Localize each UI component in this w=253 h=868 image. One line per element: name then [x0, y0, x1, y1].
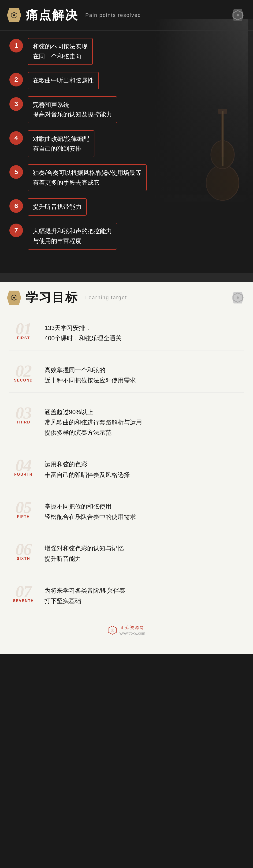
ordinal-block-3: 03 THIRD — [9, 404, 37, 424]
pain-number-1: 1 — [9, 39, 23, 53]
pain-number-4: 4 — [9, 131, 23, 145]
ordinal-number-2: 02 — [9, 363, 37, 379]
pain-text-4: 对歌曲改编/旋律编配有自己的独到安排 — [33, 134, 89, 154]
pain-item-6: 6 提升听音扒带能力 — [9, 198, 244, 216]
pain-item-1: 1 和弦的不同按法实现在同一个和弦走向 — [9, 38, 244, 65]
ordinal-number-4: 04 — [9, 457, 37, 474]
pain-text-1: 和弦的不同按法实现在同一个和弦走向 — [33, 42, 88, 61]
learning-text-5: 掌握不同把位的和弦使用轻松配合在乐队合奏中的使用需求 — [44, 499, 136, 522]
learning-title-cn: 学习目标 — [26, 289, 78, 306]
ordinal-block-4: 04 FOURTH — [9, 457, 37, 477]
watermark-url: www.tfpxw.com — [120, 631, 145, 636]
ordinal-word-5: FIFTH — [9, 515, 37, 519]
pain-textbox-5: 独奏/合奏可以根据风格/配器/使用场景等有着更多的手段去完成它 — [28, 164, 147, 191]
pain-item-3: 3 完善和声系统提高对音乐的认知及操控能力 — [9, 96, 244, 123]
ordinal-word-4: FOURTH — [9, 472, 37, 477]
pain-text-2: 在歌曲中听出和弦属性 — [33, 76, 94, 86]
pain-number-7: 7 — [9, 223, 23, 237]
pain-points-section: 痛点解决 Pain points resolved 1 和弦的不同按法实现在同一… — [0, 0, 253, 273]
pain-section-header: 痛点解决 Pain points resolved — [0, 0, 253, 31]
learning-text-3: 涵盖超过90%以上常见歌曲的和弦进行套路解析与运用提供多样的演奏方法示范 — [44, 404, 142, 438]
pain-title-cn: 痛点解决 — [26, 7, 78, 24]
learning-hexagon-icon-left — [10, 294, 18, 301]
pain-item-7: 7 大幅提升和弦和声的把控能力与使用的丰富程度 — [9, 223, 244, 250]
pain-item-5: 5 独奏/合奏可以根据风格/配器/使用场景等有着更多的手段去完成它 — [9, 164, 244, 191]
ordinal-block-5: 05 FIFTH — [9, 499, 37, 519]
learning-title-en: Learning target — [85, 294, 232, 301]
ordinal-word-3: THIRD — [9, 420, 37, 424]
svg-text:众: 众 — [111, 628, 114, 632]
pain-number-3: 3 — [9, 97, 23, 111]
ordinal-word-1: FIRST — [9, 336, 37, 340]
ordinal-block-6: 06 SIXTH — [9, 541, 37, 561]
pain-textbox-7: 大幅提升和弦和声的把控能力与使用的丰富程度 — [28, 223, 117, 250]
pain-title-en: Pain points resolved — [85, 12, 232, 18]
svg-point-10 — [236, 297, 239, 299]
pain-item-4: 4 对歌曲改编/旋律编配有自己的独到安排 — [9, 130, 244, 157]
svg-point-7 — [13, 14, 15, 16]
pain-textbox-3: 完善和声系统提高对音乐的认知及操控能力 — [28, 96, 117, 123]
pain-header-icon-right — [232, 9, 244, 21]
learning-section: 学习目标 Learning target 01 FIRST 133天学习安排，4… — [0, 282, 253, 654]
ordinal-word-7: SEVENTH — [9, 599, 37, 603]
ordinal-number-3: 03 — [9, 404, 37, 421]
learning-item-5: 05 FIFTH 掌握不同把位的和弦使用轻松配合在乐队合奏中的使用需求 — [9, 499, 244, 529]
learning-item-3: 03 THIRD 涵盖超过90%以上常见歌曲的和弦进行套路解析与运用提供多样的演… — [9, 404, 244, 445]
pain-content-area: 1 和弦的不同按法实现在同一个和弦走向 2 在歌曲中听出和弦属性 3 完善和声系… — [0, 31, 253, 264]
pain-text-3: 完善和声系统提高对音乐的认知及操控能力 — [33, 100, 112, 120]
watermark-section: 众 汇众资源网 www.tfpxw.com — [0, 620, 253, 640]
pain-text-7: 大幅提升和弦和声的把控能力与使用的丰富程度 — [33, 226, 112, 246]
learning-item-7: 07 SEVENTH 为将来学习各类音阶/即兴伴奏打下坚实基础 — [9, 583, 244, 613]
ordinal-number-1: 01 — [9, 320, 37, 337]
pain-number-2: 2 — [9, 73, 23, 87]
ordinal-word-2: SECOND — [9, 378, 37, 382]
ordinal-number-5: 05 — [9, 499, 37, 516]
watermark-site: 汇众资源网 — [120, 625, 145, 630]
learning-text-1: 133天学习安排，400个课时，和弦乐理全通关 — [44, 320, 122, 343]
ordinal-number-6: 06 — [9, 541, 37, 558]
hexagon-icon-right — [232, 9, 244, 21]
svg-point-8 — [236, 14, 239, 17]
pain-number-5: 5 — [9, 165, 23, 179]
pain-number-6: 6 — [9, 199, 23, 213]
learning-item-4: 04 FOURTH 运用和弦的色彩丰富自己的弹唱伴奏及风格选择 — [9, 457, 244, 487]
ordinal-block-7: 07 SEVENTH — [9, 583, 37, 603]
learning-text-4: 运用和弦的色彩丰富自己的弹唱伴奏及风格选择 — [44, 457, 130, 480]
ordinal-word-6: SIXTH — [9, 557, 37, 561]
pain-header-icon-left — [7, 8, 21, 22]
ordinal-number-7: 07 — [9, 583, 37, 600]
pain-textbox-1: 和弦的不同按法实现在同一个和弦走向 — [28, 38, 93, 65]
ordinal-block-1: 01 FIRST — [9, 320, 37, 340]
learning-text-6: 增强对和弦色彩的认知与记忆提升听音能力 — [44, 541, 124, 564]
svg-point-9 — [13, 297, 15, 299]
learning-item-6: 06 SIXTH 增强对和弦色彩的认知与记忆提升听音能力 — [9, 541, 244, 571]
hexagon-icon-left — [10, 12, 18, 19]
learning-text-2: 高效掌握同一个和弦的近十种不同把位按法应对使用需求 — [44, 363, 136, 385]
pain-textbox-6: 提升听音扒带能力 — [28, 198, 87, 216]
pain-textbox-4: 对歌曲改编/旋律编配有自己的独到安排 — [28, 130, 94, 157]
watermark-text-block: 汇众资源网 www.tfpxw.com — [120, 625, 145, 636]
learning-section-header: 学习目标 Learning target — [0, 282, 253, 313]
learning-item-2: 02 SECOND 高效掌握同一个和弦的近十种不同把位按法应对使用需求 — [9, 363, 244, 393]
watermark-logo-icon: 众 — [108, 625, 117, 635]
learning-header-icon-left — [7, 290, 21, 305]
pain-text-5: 独奏/合奏可以根据风格/配器/使用场景等有着更多的手段去完成它 — [33, 168, 141, 187]
ordinal-block-2: 02 SECOND — [9, 363, 37, 382]
watermark-content: 众 汇众资源网 www.tfpxw.com — [5, 625, 248, 636]
learning-text-7: 为将来学习各类音阶/即兴伴奏打下坚实基础 — [44, 583, 125, 606]
learning-header-icon-right — [232, 292, 244, 304]
learning-items-container: 01 FIRST 133天学习安排，400个课时，和弦乐理全通关 02 SECO… — [0, 313, 253, 620]
pain-textbox-2: 在歌曲中听出和弦属性 — [28, 72, 99, 89]
separator — [0, 273, 253, 282]
pain-text-6: 提升听音扒带能力 — [33, 202, 82, 212]
learning-item-1: 01 FIRST 133天学习安排，400个课时，和弦乐理全通关 — [9, 320, 244, 350]
learning-hexagon-icon-right — [232, 292, 244, 304]
pain-item-2: 2 在歌曲中听出和弦属性 — [9, 72, 244, 89]
